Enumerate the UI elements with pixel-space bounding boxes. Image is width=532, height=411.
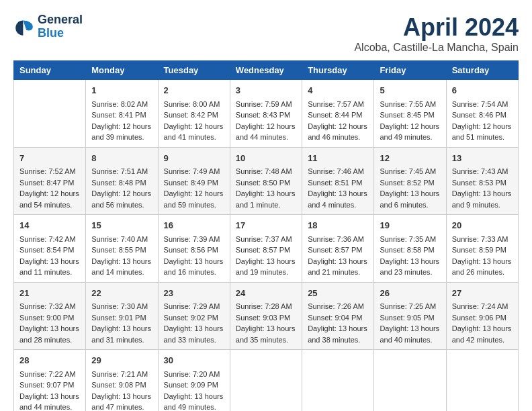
calendar-cell: 16Sunrise: 7:39 AMSunset: 8:56 PMDayligh… [158, 215, 230, 283]
cell-content-line: and 54 minutes. [19, 199, 80, 211]
cell-content-line: and 31 minutes. [91, 334, 152, 346]
calendar-cell: 5Sunrise: 7:55 AMSunset: 8:45 PMDaylight… [374, 80, 446, 148]
calendar-cell: 14Sunrise: 7:42 AMSunset: 8:54 PMDayligh… [14, 215, 86, 283]
cell-content-line: and 44 minutes. [19, 402, 80, 411]
cell-content-line: Sunset: 8:53 PM [452, 177, 513, 189]
calendar-cell: 29Sunrise: 7:21 AMSunset: 9:08 PMDayligh… [86, 350, 158, 412]
cell-content-line: Daylight: 13 hours [91, 391, 152, 402]
cell-content-line: Daylight: 13 hours [19, 256, 80, 267]
cell-content-line: Daylight: 13 hours [236, 188, 296, 199]
cell-content-line: Daylight: 13 hours [19, 323, 80, 334]
cell-content-line: Daylight: 12 hours [164, 188, 224, 199]
day-number: 23 [164, 287, 224, 300]
calendar-cell: 22Sunrise: 7:30 AMSunset: 9:01 PMDayligh… [86, 282, 158, 350]
cell-content-line: and 59 minutes. [164, 199, 224, 211]
cell-content-line: and 26 minutes. [452, 267, 513, 278]
calendar-cell [374, 350, 446, 412]
calendar-cell: 20Sunrise: 7:33 AMSunset: 8:59 PMDayligh… [446, 215, 518, 283]
cell-content-line: Sunset: 8:47 PM [19, 177, 80, 189]
cell-content-line: Sunrise: 7:55 AM [380, 99, 440, 110]
cell-content-line: Sunset: 9:03 PM [236, 312, 296, 324]
cell-content-line: and 44 minutes. [236, 132, 296, 143]
cell-content-line: Sunset: 9:09 PM [164, 379, 224, 391]
day-number: 16 [164, 219, 224, 232]
header-thursday: Thursday [302, 61, 374, 80]
calendar-cell: 19Sunrise: 7:35 AMSunset: 8:58 PMDayligh… [374, 215, 446, 283]
cell-content-line: and 56 minutes. [91, 199, 152, 211]
cell-content-line: Sunset: 8:42 PM [164, 109, 224, 121]
calendar-cell: 27Sunrise: 7:24 AMSunset: 9:06 PMDayligh… [446, 282, 518, 350]
day-number: 27 [452, 287, 513, 300]
cell-content-line: Sunrise: 7:29 AM [164, 301, 224, 312]
cell-content-line: Daylight: 13 hours [164, 391, 224, 402]
day-number: 4 [308, 84, 368, 97]
header-sunday: Sunday [14, 61, 86, 80]
calendar-cell [14, 80, 86, 148]
cell-content-line: Sunrise: 7:20 AM [164, 369, 224, 380]
cell-content-line: Daylight: 12 hours [452, 121, 513, 132]
cell-content-line: Sunset: 8:57 PM [236, 244, 296, 256]
cell-content-line: Daylight: 13 hours [452, 323, 513, 334]
calendar-cell: 11Sunrise: 7:46 AMSunset: 8:51 PMDayligh… [302, 147, 374, 215]
cell-content-line: Sunset: 8:59 PM [452, 244, 513, 256]
cell-content-line: and 23 minutes. [380, 267, 440, 278]
calendar-cell: 10Sunrise: 7:48 AMSunset: 8:50 PMDayligh… [230, 147, 302, 215]
header-saturday: Saturday [446, 61, 518, 80]
day-number: 26 [380, 287, 440, 300]
cell-content-line: Sunrise: 7:52 AM [19, 166, 80, 177]
cell-content-line: Sunrise: 7:22 AM [19, 369, 80, 380]
cell-content-line: Sunset: 9:08 PM [91, 379, 152, 391]
cell-content-line: Sunset: 8:55 PM [91, 244, 152, 256]
cell-content-line: Sunrise: 7:24 AM [452, 301, 513, 312]
cell-content-line: Daylight: 13 hours [236, 256, 296, 267]
cell-content-line: Sunset: 8:44 PM [308, 109, 368, 121]
cell-content-line: Sunrise: 7:48 AM [236, 166, 296, 177]
cell-content-line: Sunset: 8:56 PM [164, 244, 224, 256]
cell-content-line: and 1 minute. [236, 199, 296, 211]
calendar-cell: 15Sunrise: 7:40 AMSunset: 8:55 PMDayligh… [86, 215, 158, 283]
calendar-cell: 17Sunrise: 7:37 AMSunset: 8:57 PMDayligh… [230, 215, 302, 283]
cell-content-line: Sunrise: 7:28 AM [236, 301, 296, 312]
cell-content-line: and 39 minutes. [91, 132, 152, 143]
day-number: 11 [308, 152, 368, 165]
cell-content-line: and 42 minutes. [452, 334, 513, 346]
cell-content-line: Sunset: 8:58 PM [380, 244, 440, 256]
calendar-cell: 2Sunrise: 8:00 AMSunset: 8:42 PMDaylight… [158, 80, 230, 148]
day-number: 1 [91, 84, 152, 97]
cell-content-line: Sunset: 8:46 PM [452, 109, 513, 121]
cell-content-line: and 47 minutes. [91, 402, 152, 411]
cell-content-line: Sunset: 8:50 PM [236, 177, 296, 189]
calendar-cell: 4Sunrise: 7:57 AMSunset: 8:44 PMDaylight… [302, 80, 374, 148]
cell-content-line: Sunset: 8:57 PM [308, 244, 368, 256]
cell-content-line: Daylight: 13 hours [308, 256, 368, 267]
day-number: 12 [380, 152, 440, 165]
calendar-cell: 7Sunrise: 7:52 AMSunset: 8:47 PMDaylight… [14, 147, 86, 215]
cell-content-line: Sunset: 9:02 PM [164, 312, 224, 324]
cell-content-line: and 16 minutes. [164, 267, 224, 278]
cell-content-line: Sunrise: 7:35 AM [380, 234, 440, 245]
day-number: 20 [452, 219, 513, 232]
cell-content-line: Daylight: 13 hours [380, 256, 440, 267]
cell-content-line: Daylight: 12 hours [236, 121, 296, 132]
logo-icon [13, 16, 35, 38]
cell-content-line: Sunset: 9:06 PM [452, 312, 513, 324]
calendar-cell: 1Sunrise: 8:02 AMSunset: 8:41 PMDaylight… [86, 80, 158, 148]
location-title: Alcoba, Castille-La Mancha, Spain [354, 42, 519, 54]
cell-content-line: Sunrise: 8:00 AM [164, 99, 224, 110]
cell-content-line: and 49 minutes. [164, 402, 224, 411]
calendar-cell: 8Sunrise: 7:51 AMSunset: 8:48 PMDaylight… [86, 147, 158, 215]
cell-content-line: and 6 minutes. [380, 199, 440, 211]
calendar-week-row: 1Sunrise: 8:02 AMSunset: 8:41 PMDaylight… [14, 80, 519, 148]
calendar-cell: 30Sunrise: 7:20 AMSunset: 9:09 PMDayligh… [158, 350, 230, 412]
calendar-cell: 26Sunrise: 7:25 AMSunset: 9:05 PMDayligh… [374, 282, 446, 350]
cell-content-line: Sunset: 8:54 PM [19, 244, 80, 256]
cell-content-line: Daylight: 12 hours [308, 121, 368, 132]
day-number: 3 [236, 84, 296, 97]
cell-content-line: Sunrise: 7:43 AM [452, 166, 513, 177]
day-number: 9 [164, 152, 224, 165]
day-number: 5 [380, 84, 440, 97]
cell-content-line: and 9 minutes. [452, 199, 513, 211]
cell-content-line: Sunrise: 7:59 AM [236, 99, 296, 110]
title-section: April 2024 Alcoba, Castille-La Mancha, S… [354, 13, 519, 54]
calendar-table: SundayMondayTuesdayWednesdayThursdayFrid… [13, 60, 519, 411]
